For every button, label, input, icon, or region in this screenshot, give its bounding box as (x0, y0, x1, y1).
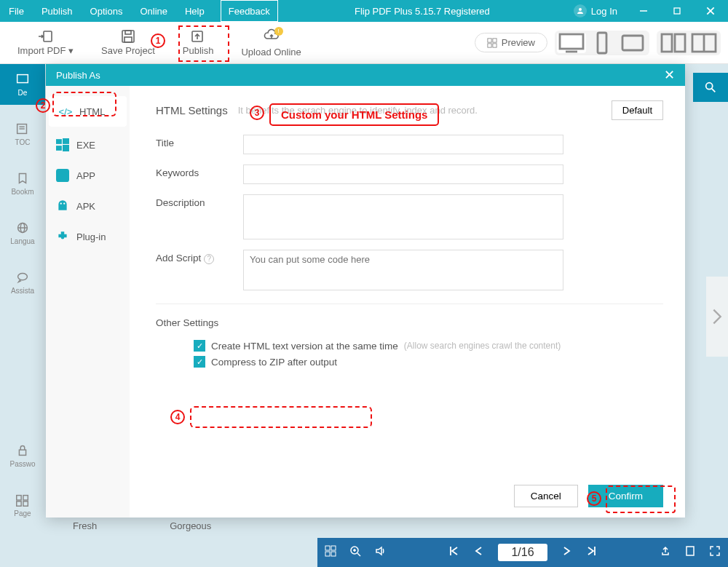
svg-rect-22 (17, 75, 28, 83)
sidebar-assistant[interactable]: Assista (11, 262, 34, 303)
app-icon (56, 169, 69, 182)
sidebar-bookmark[interactable]: Bookm (11, 163, 33, 204)
page-indicator[interactable]: 1/16 (498, 544, 547, 561)
feedback-button[interactable]: Feedback (221, 0, 278, 22)
windows-icon (56, 138, 69, 151)
first-page-icon[interactable] (448, 545, 460, 560)
share-icon[interactable] (660, 545, 671, 560)
cloud-upload-icon (263, 28, 280, 45)
svg-line-42 (357, 553, 360, 556)
annotation-5: 5 (587, 491, 601, 506)
svg-rect-8 (124, 37, 132, 42)
default-button[interactable]: Default (612, 100, 663, 120)
device-toggle (555, 31, 649, 55)
cancel-button[interactable]: Cancel (514, 485, 578, 507)
close-button[interactable] (696, 0, 725, 22)
description-input[interactable] (243, 194, 563, 239)
annotation-1: 1 (151, 33, 165, 48)
svg-rect-10 (488, 38, 491, 41)
svg-rect-51 (63, 145, 69, 151)
svg-rect-38 (331, 546, 336, 550)
search-button[interactable] (693, 73, 728, 102)
addscript-input[interactable] (243, 250, 563, 290)
view-spread[interactable] (659, 33, 688, 53)
menu-options[interactable]: Options (82, 0, 132, 22)
menu-file[interactable]: File (0, 0, 33, 22)
svg-point-35 (706, 83, 713, 90)
side-plugin[interactable]: Plug-in (46, 221, 130, 252)
other-settings-heading: Other Settings (156, 317, 663, 328)
sidebar-page[interactable]: Page (14, 485, 31, 526)
svg-rect-14 (560, 34, 583, 49)
dialog-close-icon[interactable]: ✕ (664, 68, 675, 82)
android-icon (56, 199, 69, 213)
svg-rect-11 (493, 38, 496, 41)
checkbox-checked-icon: ✓ (194, 340, 205, 352)
view-single[interactable] (689, 33, 719, 53)
svg-rect-39 (325, 552, 330, 556)
svg-rect-19 (675, 34, 685, 52)
svg-rect-5 (44, 31, 52, 41)
template-gorgeous[interactable]: Gorgeous (170, 520, 211, 531)
sidebar-toc[interactable]: TOC (15, 114, 31, 154)
bookmark-icon[interactable] (684, 545, 696, 560)
svg-point-53 (60, 203, 62, 205)
minimize-button[interactable] (629, 0, 658, 22)
check-html-text[interactable]: ✓Create HTML text version at the same ti… (194, 340, 663, 352)
svg-rect-37 (325, 546, 330, 550)
next-page-arrow[interactable] (706, 277, 728, 357)
side-app[interactable]: APP (46, 160, 130, 191)
annotation-4: 4 (170, 410, 185, 424)
sound-icon[interactable] (374, 545, 386, 560)
side-apk[interactable]: APK (46, 191, 130, 221)
avatar-icon (574, 4, 587, 17)
svg-rect-49 (63, 138, 69, 144)
publish-button[interactable]: Publish (173, 26, 224, 59)
svg-rect-50 (56, 146, 62, 151)
help-icon[interactable]: ? (204, 254, 214, 264)
device-tablet-l[interactable] (618, 33, 647, 53)
device-desktop[interactable] (557, 33, 586, 53)
svg-rect-33 (17, 501, 21, 506)
check-zip[interactable]: ✓Compress to ZIP after output (194, 356, 663, 368)
import-pdf-button[interactable]: Import PDF ▾ (7, 26, 84, 59)
side-html[interactable]: </>HTML (49, 96, 127, 127)
prev-page-icon[interactable] (473, 545, 485, 560)
svg-rect-34 (23, 501, 28, 506)
svg-rect-30 (19, 450, 25, 455)
last-page-icon[interactable] (585, 545, 597, 560)
annotation-2: 2 (36, 98, 50, 113)
menu-online[interactable]: Online (131, 0, 176, 22)
upload-online-button[interactable]: Upload Online (231, 25, 311, 60)
svg-rect-2 (674, 8, 680, 14)
annotation-3: 3 (250, 106, 264, 120)
preview-button[interactable]: Preview (475, 33, 547, 52)
menu-help[interactable]: Help (176, 0, 213, 22)
view-toggle (657, 31, 721, 55)
svg-rect-13 (493, 43, 496, 47)
svg-line-36 (712, 89, 716, 92)
plugin-icon (56, 230, 69, 243)
sidebar-language[interactable]: Langua (10, 213, 34, 253)
svg-rect-48 (56, 139, 62, 144)
maximize-button[interactable] (662, 0, 692, 22)
title-input[interactable] (243, 135, 563, 154)
checkbox-checked-icon: ✓ (194, 356, 205, 368)
template-fresh[interactable]: Fresh (73, 520, 97, 531)
login-button[interactable]: Log In (566, 4, 625, 17)
keywords-input[interactable] (243, 164, 563, 184)
side-exe[interactable]: EXE (46, 130, 130, 160)
svg-rect-52 (56, 169, 69, 182)
svg-rect-32 (23, 496, 28, 500)
thumbnails-icon[interactable] (325, 545, 336, 560)
fullscreen-icon[interactable] (709, 545, 721, 560)
html-settings-heading: HTML Settings (156, 104, 228, 116)
device-tablet-p[interactable] (587, 33, 617, 53)
menu-publish[interactable]: Publish (33, 0, 82, 22)
svg-rect-40 (331, 552, 336, 556)
zoom-icon[interactable] (349, 545, 361, 560)
svg-point-0 (579, 8, 582, 11)
sidebar-password[interactable]: Passwo (9, 435, 35, 476)
next-page-icon[interactable] (561, 545, 572, 560)
svg-rect-7 (125, 31, 131, 34)
